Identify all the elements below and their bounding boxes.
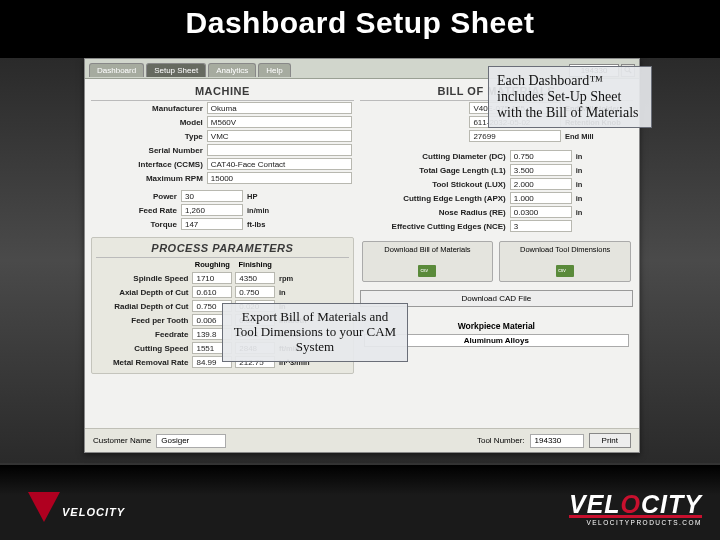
proc-label: Radial Depth of Cut (98, 302, 192, 311)
torque-field[interactable]: 147 (181, 218, 243, 230)
bom-sub-field[interactable]: 1.000 (510, 192, 572, 204)
unit-label: in (572, 194, 599, 203)
footer-bar: Customer Name Gosiger Tool Number: 19433… (85, 428, 639, 452)
download-tool-button[interactable]: Download Tool Dimensions (499, 241, 631, 282)
bom-sub-label: Total Gage Length (L1) (362, 166, 510, 175)
bom-sub-label: Cutting Edge Length (APX) (362, 194, 510, 203)
machine-sub-panel: Power30HP Feed Rate1,260in/min Torque147… (91, 189, 354, 231)
tab-dashboard[interactable]: Dashboard (89, 63, 144, 77)
proc-field[interactable]: 0.750 (235, 286, 275, 298)
proc-label: Cutting Speed (98, 344, 192, 353)
unit-label: in (572, 180, 599, 189)
proc-label: Metal Removal Rate (98, 358, 192, 367)
proc-label: Spindle Speed (98, 274, 192, 283)
bom-sub-label: Effective Cutting Edges (NCE) (362, 222, 510, 231)
machine-label: Model (93, 118, 207, 127)
sub-label: Feed Rate (93, 206, 181, 215)
bom-sub-field[interactable]: 2.000 (510, 178, 572, 190)
unit-label: in (572, 166, 599, 175)
unit-label: in/min (243, 206, 290, 215)
machine-label: Interface (CCMS) (93, 160, 207, 169)
power-field[interactable]: 30 (181, 190, 243, 202)
machine-panel-title: MACHINE (91, 83, 354, 101)
sub-label: Torque (93, 220, 181, 229)
toolnum-label: Tool Number: (477, 436, 525, 445)
proc-field[interactable]: 1710 (192, 272, 232, 284)
download-tool-label: Download Tool Dimensions (502, 246, 628, 262)
logo-right-text: VELOCITY (569, 494, 702, 514)
unit-label: in (275, 288, 325, 297)
download-bom-label: Download Bill of Materials (365, 246, 491, 262)
interface-field[interactable]: CAT40-Face Contact (207, 158, 352, 170)
unit-label: in (572, 152, 599, 161)
bom-sub-label: Nose Radius (RE) (362, 208, 510, 217)
customer-field[interactable]: Gosiger (156, 434, 226, 448)
bom-field[interactable]: 27699 (469, 130, 561, 142)
bom-sub-field[interactable]: 0.750 (510, 150, 572, 162)
bom-sub-panel: Cutting Diameter (DC)0.750in Total Gage … (360, 149, 633, 233)
print-button[interactable]: Print (589, 433, 631, 448)
feedrate-field[interactable]: 1,260 (181, 204, 243, 216)
unit-label: HP (243, 192, 290, 201)
proc-label: Axial Depth of Cut (98, 288, 192, 297)
machine-label: Maximum RPM (93, 174, 207, 183)
logo-right: VELOCITY VELOCITYPRODUCTS.COM (569, 494, 702, 526)
machine-label: Type (93, 132, 207, 141)
machine-label: Manufacturer (93, 104, 207, 113)
tab-analytics[interactable]: Analytics (208, 63, 256, 77)
bom-sub-label: Tool Stickout (LUX) (362, 180, 510, 189)
bom-sub-field[interactable]: 3 (510, 220, 572, 232)
col-head-roughing: Roughing (192, 260, 232, 269)
bom-sub-label: Cutting Diameter (DC) (362, 152, 510, 161)
machine-label: Serial Number (93, 146, 207, 155)
proc-field[interactable]: 0.610 (192, 286, 232, 298)
logo-v-icon (28, 492, 60, 522)
customer-label: Customer Name (93, 436, 151, 445)
serial-field[interactable] (207, 144, 352, 156)
proc-label: Feedrate (98, 330, 192, 339)
tab-help[interactable]: Help (258, 63, 290, 77)
unit-label: in (572, 208, 599, 217)
unit-label: rpm (275, 274, 325, 283)
sub-label: Power (93, 192, 181, 201)
proc-field[interactable]: 4350 (235, 272, 275, 284)
type-field[interactable]: VMC (207, 130, 352, 142)
bom-sub-field[interactable]: 3.500 (510, 164, 572, 176)
model-field[interactable]: M560V (207, 116, 352, 128)
downloads-panel: Download Bill of Materials Download Tool… (360, 241, 633, 282)
callout-top-right: Each Dashboard™ includes Set-Up Sheet wi… (488, 66, 652, 128)
toolnum-field[interactable]: 194330 (530, 434, 584, 448)
bom-desc: End Mill (561, 132, 631, 141)
logo-left: VELOCITY (28, 486, 178, 522)
col-head-finishing: Finishing (235, 260, 275, 269)
logo-right-sub: VELOCITYPRODUCTS.COM (569, 519, 702, 526)
max-rpm-field[interactable]: 15000 (207, 172, 352, 184)
download-bom-button[interactable]: Download Bill of Materials (362, 241, 494, 282)
logo-left-text: VELOCITY (62, 506, 125, 518)
callout-center: Export Bill of Materials and Tool Dimens… (222, 303, 408, 362)
unit-label: ft-lbs (243, 220, 290, 229)
proc-label: Feed per Tooth (98, 316, 192, 325)
csv-icon (418, 265, 436, 277)
tab-setup-sheet[interactable]: Setup Sheet (146, 63, 206, 77)
process-panel-title: PROCESS PARAMETERS (96, 240, 349, 258)
manufacturer-field[interactable]: Okuma (207, 102, 352, 114)
slide-title: Dashboard Setup Sheet (0, 6, 720, 40)
machine-panel: ManufacturerOkuma ModelM560V TypeVMC Ser… (91, 101, 354, 185)
bom-sub-field[interactable]: 0.0300 (510, 206, 572, 218)
csv-icon (556, 265, 574, 277)
